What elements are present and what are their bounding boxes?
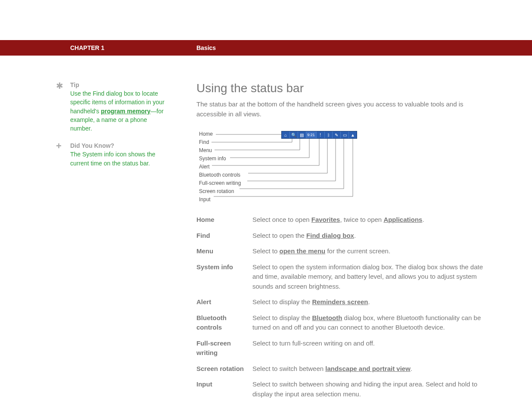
definition-row: Full-screen writingSelect to turn full-s… [196,339,494,358]
definition-term: Alert [196,297,252,307]
inline-link[interactable]: Find dialog box [306,232,354,239]
definition-description: Select to display the Reminders screen. [252,297,494,307]
inline-link[interactable]: Applications [383,216,422,223]
inline-link[interactable]: Bluetooth [312,314,342,321]
tip-text: Use the Find dialog box to locate specif… [70,89,168,133]
asterisk-icon: ✱ [56,81,63,90]
definition-description: Select to switch between showing and hid… [252,380,494,399]
definition-row: System infoSelect to open the system inf… [196,262,494,292]
intro-text: The status bar at the bottom of the hand… [196,100,494,119]
definition-row: Bluetooth controlsSelect to display the … [196,313,494,333]
sidebar: ✱ Tip Use the Find dialog box to locate … [56,81,168,177]
definition-description: Select to open the Find dialog box. [252,231,494,241]
tip-heading: Tip [70,81,168,88]
program-memory-link[interactable]: program memory [101,108,150,115]
definition-row: HomeSelect once to open Favorites, twice… [196,215,494,225]
inline-link[interactable]: landscape and portrait view [325,365,411,372]
definition-description: Select to open the menu for the current … [252,246,494,256]
inline-link[interactable]: Favorites [311,216,340,223]
definition-description: Select once to open Favorites, twice to … [252,215,494,225]
dyk-heading: Did You Know? [70,142,168,149]
definition-term: Find [196,231,252,241]
definition-row: InputSelect to switch between showing an… [196,380,494,399]
plus-icon: + [56,142,62,150]
definition-description: Select to turn full-screen writing on an… [252,339,494,358]
definition-term: Menu [196,246,252,256]
dyk-text: The System info icon shows the current t… [70,150,168,168]
callout-lines [196,131,360,206]
definition-row: AlertSelect to display the Reminders scr… [196,297,494,307]
chapter-label: CHAPTER 1 [70,44,104,51]
inline-link[interactable]: Reminders screen [312,298,368,305]
section-label: Basics [196,44,216,51]
definition-description: Select to open the system information di… [252,262,494,292]
definition-term: Full-screen writing [196,339,252,358]
definition-term: Bluetooth controls [196,313,252,333]
main-content: Using the status bar The status bar at t… [196,81,494,399]
definition-term: Screen rotation [196,364,252,374]
definition-term: System info [196,262,252,292]
definitions-list: HomeSelect once to open Favorites, twice… [196,215,494,399]
definition-row: MenuSelect to open the menu for the curr… [196,246,494,256]
definition-row: Screen rotationSelect to switch between … [196,364,494,374]
definition-row: FindSelect to open the Find dialog box. [196,231,494,241]
definition-description: Select to switch between landscape and p… [252,364,494,374]
page-title: Using the status bar [196,81,494,95]
header-bar: CHAPTER 1 Basics [0,40,532,56]
definition-term: Home [196,215,252,225]
definition-description: Select to display the Bluetooth dialog b… [252,313,494,333]
inline-link[interactable]: open the menu [280,247,326,255]
status-bar-diagram: HomeFindMenuSystem infoAlertBluetooth co… [196,131,494,206]
definition-term: Input [196,380,252,399]
